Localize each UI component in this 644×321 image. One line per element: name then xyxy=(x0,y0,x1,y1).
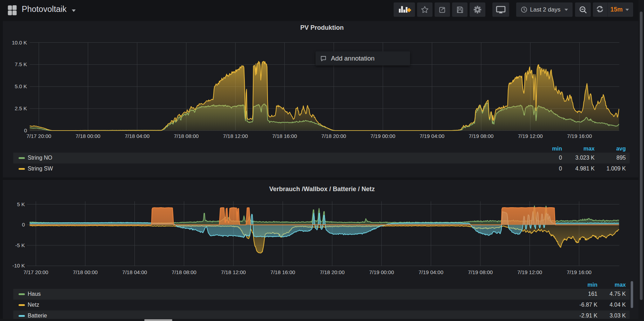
svg-text:7/19 08:00: 7/19 08:00 xyxy=(468,269,493,275)
svg-text:7/19 04:00: 7/19 04:00 xyxy=(418,269,443,275)
svg-text:7/19 04:00: 7/19 04:00 xyxy=(420,133,444,139)
svg-text:7/18 16:00: 7/18 16:00 xyxy=(270,269,295,275)
svg-text:7/19 12:00: 7/19 12:00 xyxy=(517,269,542,275)
svg-text:5 K: 5 K xyxy=(17,201,25,207)
svg-text:7/18 00:00: 7/18 00:00 xyxy=(76,133,101,139)
svg-text:7/18 12:00: 7/18 12:00 xyxy=(223,133,248,139)
svg-text:7/17 20:00: 7/17 20:00 xyxy=(26,133,51,139)
svg-text:7/18 04:00: 7/18 04:00 xyxy=(125,133,150,139)
svg-text:7/18 04:00: 7/18 04:00 xyxy=(122,269,147,275)
svg-text:7/18 08:00: 7/18 08:00 xyxy=(174,133,199,139)
svg-text:10.0 K: 10.0 K xyxy=(12,40,27,46)
svg-text:7/18 00:00: 7/18 00:00 xyxy=(73,269,98,275)
svg-text:7/19 08:00: 7/19 08:00 xyxy=(469,133,494,139)
svg-text:7/19 00:00: 7/19 00:00 xyxy=(369,269,394,275)
svg-text:7/19 00:00: 7/19 00:00 xyxy=(371,133,395,139)
svg-text:-10 K: -10 K xyxy=(12,263,25,268)
svg-text:7/18 08:00: 7/18 08:00 xyxy=(172,269,196,275)
svg-text:7/18 20:00: 7/18 20:00 xyxy=(320,269,345,275)
svg-text:7/18 20:00: 7/18 20:00 xyxy=(321,133,346,139)
svg-text:0: 0 xyxy=(22,222,25,228)
svg-text:5.0 K: 5.0 K xyxy=(15,83,27,89)
svg-text:7/19 16:00: 7/19 16:00 xyxy=(567,133,592,139)
svg-text:7/19 16:00: 7/19 16:00 xyxy=(567,269,591,275)
svg-text:2.5 K: 2.5 K xyxy=(15,105,27,111)
svg-text:7/19 12:00: 7/19 12:00 xyxy=(518,133,543,139)
svg-text:7/17 20:00: 7/17 20:00 xyxy=(23,269,48,275)
svg-text:7/18 12:00: 7/18 12:00 xyxy=(221,269,246,275)
svg-text:-5 K: -5 K xyxy=(15,242,25,248)
svg-text:7/18 16:00: 7/18 16:00 xyxy=(272,133,297,139)
svg-text:7.5 K: 7.5 K xyxy=(15,61,27,67)
svg-text:0: 0 xyxy=(24,127,27,133)
